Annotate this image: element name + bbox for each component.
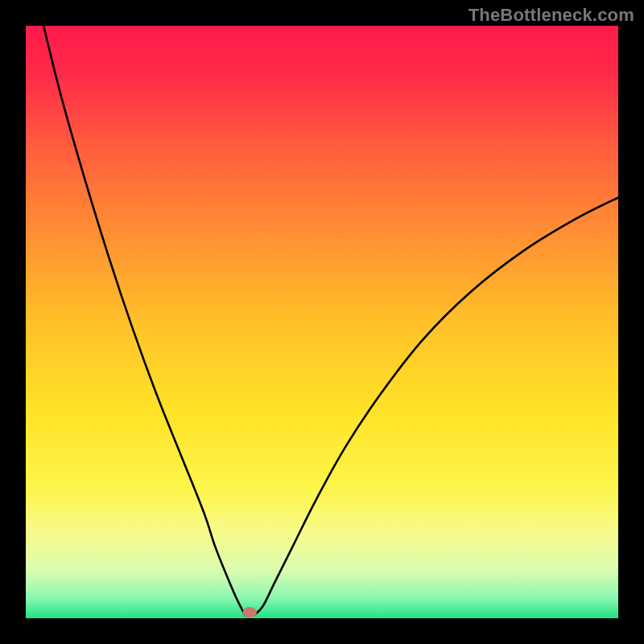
plot-area [26, 26, 618, 618]
chart-frame: TheBottleneck.com [0, 0, 644, 644]
gradient-background [26, 26, 618, 618]
min-marker [242, 607, 257, 617]
chart-svg [26, 26, 618, 618]
watermark-text: TheBottleneck.com [469, 5, 634, 26]
